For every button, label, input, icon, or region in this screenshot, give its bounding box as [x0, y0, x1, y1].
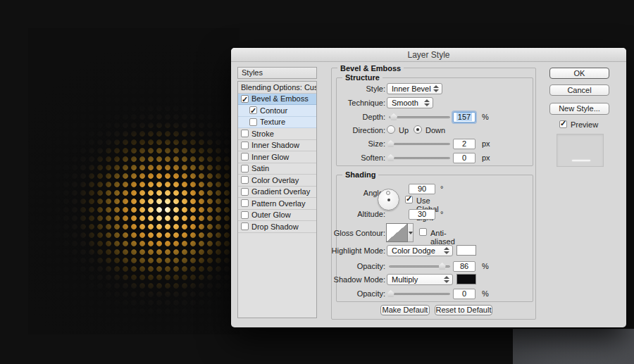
style-dropdown[interactable]: Inner Bevel	[387, 83, 442, 94]
stroke-checkbox[interactable]	[241, 130, 249, 137]
size-label: Size:	[328, 139, 385, 148]
size-unit: px	[482, 139, 490, 148]
styles-item-satin[interactable]: Satin	[238, 163, 316, 175]
direction-up-label: Up	[399, 126, 409, 134]
inner-shadow-checkbox[interactable]	[241, 142, 249, 149]
styles-item-outer-glow[interactable]: Outer Glow	[238, 210, 316, 222]
depth-slider[interactable]	[389, 113, 450, 121]
depth-label: Depth:	[328, 113, 385, 121]
shadow-opacity-input[interactable]: 0	[453, 289, 476, 299]
shadow-mode-dropdown[interactable]: Multiply	[387, 274, 453, 285]
styles-item-color-overlay[interactable]: Color Overlay	[238, 175, 316, 187]
gradient-overlay-checkbox[interactable]	[241, 188, 249, 196]
soften-label: Soften:	[328, 153, 385, 162]
anti-aliased-label: Anti-aliased	[430, 229, 455, 246]
altitude-unit: °	[440, 210, 443, 218]
dropdown-stepper-icon	[424, 99, 430, 106]
new-style-button[interactable]: New Style...	[549, 103, 609, 115]
styles-panel: Styles Blending Options: Custom Bevel & …	[237, 67, 317, 318]
vignette	[28, 28, 240, 334]
highlight-color-swatch[interactable]	[456, 245, 476, 256]
satin-checkbox[interactable]	[241, 165, 249, 172]
angle-dial[interactable]	[378, 189, 399, 211]
size-slider-thumb[interactable]	[387, 140, 394, 147]
soften-input[interactable]: 0	[453, 153, 476, 163]
corner-blur-object	[513, 329, 634, 364]
ok-button[interactable]: OK	[549, 68, 609, 79]
styles-item-stroke[interactable]: Stroke	[238, 128, 316, 140]
styles-item-inner-shadow[interactable]: Inner Shadow	[238, 140, 316, 152]
technique-label: Technique:	[328, 99, 385, 107]
size-slider[interactable]	[389, 139, 450, 148]
styles-item-blending-options[interactable]: Blending Options: Custom	[238, 82, 316, 94]
highlight-opacity-slider-thumb[interactable]	[439, 263, 446, 270]
shading-legend: Shading	[342, 170, 378, 179]
dialog-titlebar[interactable]: Layer Style	[231, 48, 626, 62]
soften-slider-thumb[interactable]	[387, 154, 394, 161]
shadow-mode-label: Shadow Mode:	[328, 275, 385, 284]
styles-list: Blending Options: Custom Bevel & Emboss …	[237, 81, 317, 318]
use-global-light-checkbox[interactable]	[405, 196, 413, 203]
direction-up-radio[interactable]	[387, 125, 395, 134]
style-label: Style:	[328, 84, 385, 93]
styles-item-drop-shadow[interactable]: Drop Shadow	[238, 221, 316, 233]
highlight-opacity-label: Opacity:	[328, 262, 385, 270]
gloss-contour-dropdown-icon[interactable]	[408, 223, 414, 242]
direction-label: Direction:	[328, 126, 385, 134]
halftone-artwork	[28, 28, 240, 334]
styles-item-bevel-emboss[interactable]: Bevel & Emboss	[238, 94, 316, 106]
depth-input[interactable]: 157	[453, 112, 476, 123]
panel-title: Bevel & Emboss	[337, 64, 404, 73]
contour-checkbox[interactable]	[249, 106, 257, 114]
soften-slider[interactable]	[389, 153, 450, 162]
dropdown-stepper-icon	[444, 247, 449, 254]
dialog-title: Layer Style	[407, 50, 449, 60]
pattern-overlay-checkbox[interactable]	[241, 199, 249, 207]
preview-checkbox[interactable]	[559, 120, 567, 128]
shadow-opacity-slider[interactable]	[389, 289, 450, 298]
screen: Layer Style Styles Blending Options: Cus…	[0, 0, 634, 364]
preview-thumbnail	[557, 134, 604, 167]
inner-glow-checkbox[interactable]	[241, 153, 249, 161]
technique-dropdown[interactable]: Smooth	[387, 97, 433, 108]
color-overlay-checkbox[interactable]	[241, 176, 249, 184]
bevel-emboss-checkbox[interactable]	[241, 95, 249, 103]
styles-item-gradient-overlay[interactable]: Gradient Overlay	[238, 187, 316, 199]
texture-checkbox[interactable]	[249, 118, 257, 126]
reset-to-default-button[interactable]: Reset to Default	[435, 305, 492, 315]
direction-down-label: Down	[425, 126, 445, 134]
anti-aliased-checkbox[interactable]	[419, 228, 427, 236]
shadow-opacity-slider-thumb[interactable]	[387, 290, 394, 297]
outer-glow-checkbox[interactable]	[241, 211, 249, 219]
highlight-opacity-input[interactable]: 86	[453, 261, 476, 272]
size-input[interactable]: 2	[453, 139, 476, 149]
styles-item-texture[interactable]: Texture	[238, 117, 316, 129]
soften-unit: px	[482, 153, 490, 162]
shadow-color-swatch[interactable]	[456, 274, 476, 284]
altitude-label: Altitude:	[328, 210, 385, 218]
highlight-mode-dropdown[interactable]: Color Dodge	[387, 245, 453, 256]
cancel-button[interactable]: Cancel	[549, 84, 609, 96]
drop-shadow-checkbox[interactable]	[241, 222, 249, 230]
make-default-button[interactable]: Make Default	[380, 305, 430, 315]
depth-slider-thumb[interactable]	[390, 113, 397, 120]
layer-style-dialog: Layer Style Styles Blending Options: Cus…	[231, 48, 626, 327]
styles-panel-header: Styles	[237, 67, 317, 79]
preview-label: Preview	[571, 120, 598, 129]
angle-input[interactable]: 90	[409, 184, 435, 194]
shadow-opacity-label: Opacity:	[328, 289, 385, 298]
highlight-opacity-slider[interactable]	[389, 262, 450, 270]
styles-item-inner-glow[interactable]: Inner Glow	[238, 151, 316, 163]
direction-down-radio[interactable]	[414, 125, 422, 134]
angle-dial-handle[interactable]	[386, 191, 390, 195]
depth-unit: %	[482, 113, 489, 121]
structure-legend: Structure	[342, 73, 383, 82]
altitude-input[interactable]: 30	[409, 209, 435, 220]
gloss-contour-label: Gloss Contour:	[328, 229, 385, 237]
angle-unit: °	[440, 184, 443, 193]
shadow-opacity-unit: %	[482, 289, 489, 298]
dropdown-stepper-icon	[444, 276, 449, 283]
gloss-contour-thumbnail[interactable]	[386, 223, 408, 242]
styles-item-pattern-overlay[interactable]: Pattern Overlay	[238, 198, 316, 210]
styles-item-contour[interactable]: Contour	[238, 105, 316, 117]
